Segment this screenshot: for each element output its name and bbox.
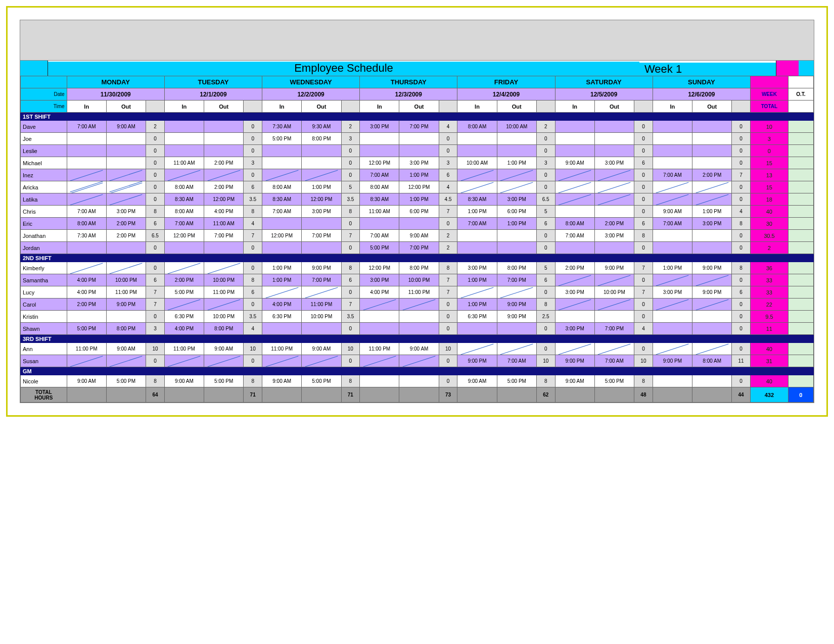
out-cell[interactable]: 12:00 PM <box>302 193 341 206</box>
out-cell[interactable]: 11:00 PM <box>204 286 244 299</box>
in-cell[interactable] <box>360 299 399 311</box>
out-cell[interactable]: 1:00 PM <box>497 157 536 169</box>
hrs-cell[interactable]: 0 <box>732 311 751 323</box>
out-cell[interactable] <box>692 343 732 355</box>
hrs-cell[interactable]: 7 <box>439 206 457 218</box>
out-cell[interactable]: 10:00 PM <box>204 311 244 323</box>
out-cell[interactable]: 8:00 PM <box>302 133 341 145</box>
employee-name[interactable]: Inez <box>21 169 67 181</box>
out-cell[interactable] <box>204 355 244 367</box>
out-cell[interactable] <box>594 343 634 355</box>
hrs-cell[interactable]: 8 <box>634 375 653 387</box>
out-cell[interactable] <box>106 145 146 157</box>
hrs-cell[interactable]: 6 <box>634 218 653 230</box>
hrs-cell[interactable]: 0 <box>439 311 457 323</box>
in-cell[interactable] <box>555 145 594 157</box>
hrs-cell[interactable]: 0 <box>536 145 555 157</box>
hrs-cell[interactable]: 4 <box>244 218 262 230</box>
out-cell[interactable]: 12:00 PM <box>204 193 244 206</box>
out-cell[interactable] <box>692 145 732 157</box>
in-cell[interactable]: 2:00 PM <box>67 299 106 311</box>
hrs-cell[interactable]: 0 <box>732 323 751 335</box>
employee-name[interactable]: Leslie <box>21 145 67 157</box>
hrs-cell[interactable]: 3 <box>146 323 165 335</box>
in-cell[interactable]: 11:00 PM <box>360 343 399 355</box>
in-cell[interactable] <box>262 242 302 254</box>
out-cell[interactable] <box>692 242 732 254</box>
out-cell[interactable]: 9:00 PM <box>497 311 536 323</box>
hrs-cell[interactable]: 0 <box>536 323 555 335</box>
in-cell[interactable]: 9:00 AM <box>262 375 302 387</box>
out-cell[interactable] <box>399 299 439 311</box>
hrs-cell[interactable]: 7 <box>634 262 653 274</box>
employee-name[interactable]: Ann <box>21 343 67 355</box>
in-cell[interactable]: 9:00 PM <box>653 355 692 367</box>
out-cell[interactable]: 12:00 PM <box>399 181 439 193</box>
in-cell[interactable]: 12:00 PM <box>164 230 204 242</box>
in-cell[interactable] <box>653 230 692 242</box>
in-cell[interactable] <box>67 193 106 206</box>
in-cell[interactable] <box>164 299 204 311</box>
hrs-cell[interactable]: 0 <box>732 121 751 133</box>
hrs-cell[interactable]: 0 <box>732 193 751 206</box>
out-cell[interactable] <box>106 169 146 181</box>
hrs-cell[interactable]: 8 <box>341 375 360 387</box>
in-cell[interactable] <box>653 133 692 145</box>
out-cell[interactable]: 11:00 PM <box>106 286 146 299</box>
out-cell[interactable]: 7:00 PM <box>399 121 439 133</box>
out-cell[interactable] <box>692 230 732 242</box>
hrs-cell[interactable]: 3 <box>439 157 457 169</box>
in-cell[interactable] <box>262 145 302 157</box>
hrs-cell[interactable]: 8 <box>146 375 165 387</box>
hrs-cell[interactable]: 0 <box>439 299 457 311</box>
out-cell[interactable]: 7:00 PM <box>594 323 634 335</box>
out-cell[interactable]: 9:00 AM <box>399 230 439 242</box>
hrs-cell[interactable]: 0 <box>244 133 262 145</box>
in-cell[interactable] <box>555 169 594 181</box>
ot-cell[interactable] <box>788 262 813 274</box>
out-cell[interactable]: 6:00 PM <box>399 206 439 218</box>
hrs-cell[interactable]: 0 <box>341 157 360 169</box>
in-cell[interactable]: 6:30 PM <box>262 311 302 323</box>
ot-cell[interactable] <box>788 299 813 311</box>
hrs-cell[interactable]: 0 <box>244 262 262 274</box>
out-cell[interactable]: 8:00 PM <box>106 323 146 335</box>
hrs-cell[interactable]: 0 <box>536 343 555 355</box>
hrs-cell[interactable]: 2 <box>439 230 457 242</box>
out-cell[interactable] <box>302 323 341 335</box>
in-cell[interactable]: 9:00 AM <box>653 206 692 218</box>
out-cell[interactable]: 1:00 PM <box>497 218 536 230</box>
hrs-cell[interactable]: 0 <box>634 181 653 193</box>
out-cell[interactable] <box>594 133 634 145</box>
out-cell[interactable]: 10:00 PM <box>106 274 146 286</box>
hrs-cell[interactable]: 0 <box>634 311 653 323</box>
hrs-cell[interactable]: 0 <box>634 299 653 311</box>
hrs-cell[interactable]: 4 <box>634 323 653 335</box>
in-cell[interactable] <box>457 242 497 254</box>
hrs-cell[interactable]: 0 <box>732 375 751 387</box>
in-cell[interactable] <box>457 133 497 145</box>
hrs-cell[interactable]: 0 <box>244 299 262 311</box>
in-cell[interactable] <box>67 181 106 193</box>
out-cell[interactable] <box>106 181 146 193</box>
in-cell[interactable] <box>653 274 692 286</box>
in-cell[interactable] <box>653 157 692 169</box>
ot-cell[interactable] <box>788 311 813 323</box>
out-cell[interactable] <box>399 311 439 323</box>
in-cell[interactable] <box>164 262 204 274</box>
out-cell[interactable] <box>497 230 536 242</box>
in-cell[interactable] <box>653 343 692 355</box>
in-cell[interactable]: 2:00 PM <box>555 262 594 274</box>
hrs-cell[interactable]: 0 <box>634 145 653 157</box>
out-cell[interactable]: 2:00 PM <box>692 169 732 181</box>
out-cell[interactable] <box>106 311 146 323</box>
out-cell[interactable]: 9:00 AM <box>204 343 244 355</box>
hrs-cell[interactable]: 0 <box>146 355 165 367</box>
in-cell[interactable] <box>262 169 302 181</box>
in-cell[interactable] <box>164 145 204 157</box>
in-cell[interactable]: 1:00 PM <box>653 262 692 274</box>
out-cell[interactable] <box>399 323 439 335</box>
in-cell[interactable]: 7:00 AM <box>360 169 399 181</box>
ot-cell[interactable] <box>788 157 813 169</box>
out-cell[interactable] <box>106 157 146 169</box>
